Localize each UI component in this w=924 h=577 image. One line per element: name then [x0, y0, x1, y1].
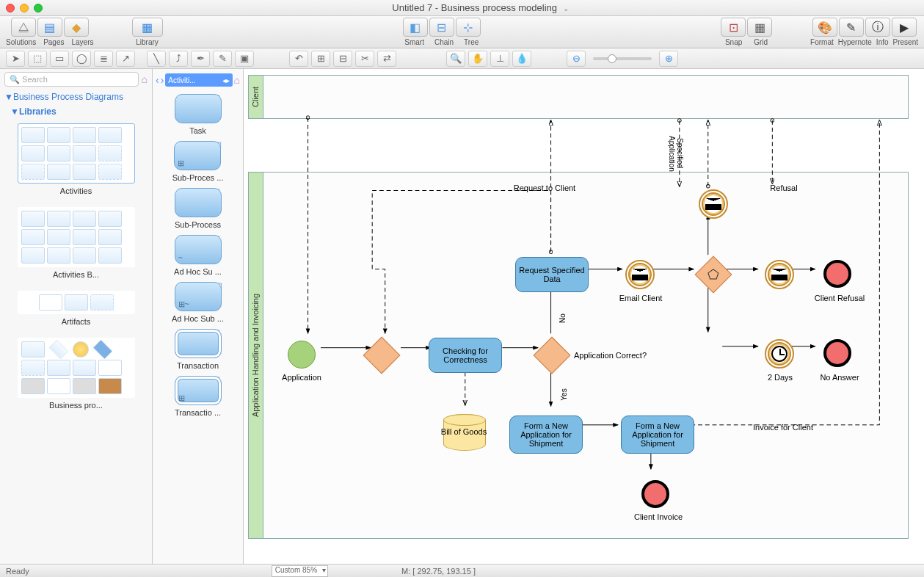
invoice-flow-label: Invoice for Client	[743, 423, 823, 432]
smart-button[interactable]: ◧	[403, 18, 428, 37]
layers-icon: ◆	[72, 21, 81, 35]
shape-adhoc-sub[interactable]: ☑⊞~Ad Hoc Sub ...	[172, 282, 224, 323]
grid-button[interactable]: ▦	[747, 18, 772, 37]
shapes-home-icon[interactable]: ⌂	[234, 74, 240, 86]
zoom-tool[interactable]: 🔍	[446, 51, 465, 67]
spec-app-label: Specified Application	[674, 128, 684, 179]
curve-tool[interactable]: ⤴	[169, 51, 188, 67]
smart-icon: ◧	[410, 21, 421, 35]
zoom-out-button[interactable]: ⊖	[567, 51, 586, 67]
close-window[interactable]	[6, 4, 15, 12]
main-area: 🔍 Search ⌂ ▼Business Process Diagrams ▼L…	[0, 69, 924, 564]
task-form1[interactable]: Form a New Application for Shipment	[509, 415, 583, 454]
pages-button[interactable]: ▤	[37, 18, 62, 37]
shapes-next[interactable]: ›	[161, 74, 164, 86]
present-label: Present	[893, 38, 918, 46]
pages-icon: ▤	[44, 21, 55, 35]
format-label: Format	[810, 38, 834, 46]
chain-button[interactable]: ⊟	[429, 18, 454, 37]
lib-activities-b[interactable]	[18, 207, 135, 267]
lib-activities-b-label: Activities B...	[0, 269, 152, 286]
shape-subprocess-c[interactable]: ☑⊞Sub-Proces ...	[172, 141, 224, 182]
distribute-tool[interactable]: ⊟	[333, 51, 352, 67]
join-tool[interactable]: ⇄	[377, 51, 396, 67]
canvas[interactable]: Client Application Handling and Invoicin…	[244, 69, 915, 555]
info-button[interactable]: ⓘ	[865, 18, 890, 37]
event-refusal-mail[interactable]	[765, 260, 794, 289]
tree-lib-label: Libraries	[19, 106, 57, 117]
eyedropper-tool[interactable]: 💧	[512, 51, 531, 67]
shapes-prev[interactable]: ‹	[156, 74, 159, 86]
shapes-dropdown[interactable]: Activiti...◂▸	[165, 73, 232, 87]
pool-client[interactable]: Client	[248, 75, 909, 119]
tree-libraries[interactable]: ▼Libraries	[0, 104, 152, 119]
left-panel: 🔍 Search ⌂ ▼Business Process Diagrams ▼L…	[0, 69, 153, 564]
edge-yes: Yes	[560, 388, 568, 400]
home-icon[interactable]: ⌂	[142, 73, 148, 85]
lib-artifacts-label: Artifacts	[0, 316, 152, 333]
shape-transaction[interactable]: ☑Transaction	[175, 329, 222, 370]
zoom-dropdown[interactable]: Custom 85%	[272, 565, 328, 577]
library-icon: ▦	[142, 21, 153, 35]
grid-icon: ▦	[754, 21, 765, 35]
hand-tool[interactable]: ✋	[468, 51, 487, 67]
maximize-window[interactable]	[34, 4, 43, 12]
lane-client-label: Client	[249, 76, 263, 118]
lib-activities-label: Activities	[0, 185, 152, 203]
search-icon: 🔍	[10, 75, 20, 84]
tree-bpd-label: Business Process Diagrams	[13, 92, 123, 102]
lib-artifacts[interactable]	[18, 291, 135, 314]
library-button[interactable]: ▦	[132, 18, 163, 37]
shape-task[interactable]: ☑Task	[175, 94, 222, 135]
break-tool[interactable]: ✂	[355, 51, 374, 67]
minimize-window[interactable]	[20, 4, 29, 12]
shape-transaction-c[interactable]: ☑⊞Transactio ...	[175, 376, 222, 417]
align-tool[interactable]: ⊞	[311, 51, 330, 67]
pencil-tool[interactable]: ✎	[213, 51, 232, 67]
format-button[interactable]: 🎨	[812, 18, 837, 37]
hypernote-icon: ✎	[846, 21, 856, 35]
stamp-tool[interactable]: ⊥	[490, 51, 509, 67]
zoom-slider[interactable]	[593, 57, 652, 60]
mouse-position: M: [ 292.75, 193.15 ]	[401, 567, 476, 576]
task-request-data[interactable]: Request Specified Data	[515, 257, 589, 292]
tree-bpd[interactable]: ▼Business Process Diagrams	[0, 90, 152, 104]
lib-activities[interactable]	[18, 123, 135, 184]
end-no-answer[interactable]	[823, 339, 851, 367]
solutions-button[interactable]: ⧋	[11, 18, 36, 37]
text-tool[interactable]: ≣	[94, 51, 113, 67]
delete-tool[interactable]: ▣	[235, 51, 254, 67]
task-form2[interactable]: Form a New Application for Shipment	[621, 415, 694, 454]
gateway-q-label: Application Correct?	[574, 351, 669, 360]
connector-tool[interactable]: ╲	[147, 51, 166, 67]
hypernote-button[interactable]: ✎	[839, 18, 864, 37]
lib-business-pro[interactable]	[18, 338, 135, 398]
ellipse-tool[interactable]: ◯	[72, 51, 91, 67]
smart-label: Smart	[404, 38, 424, 46]
title-chevron-icon[interactable]: ⌄	[560, 4, 569, 12]
rect-tool[interactable]: ▭	[50, 51, 69, 67]
marquee-tool[interactable]: ⬚	[28, 51, 47, 67]
shapes-nav: ‹ › Activiti...◂▸ ⌂	[153, 72, 243, 88]
undo-tool[interactable]: ↶	[289, 51, 308, 67]
event-2days[interactable]	[765, 339, 794, 369]
event-top-mail[interactable]	[699, 189, 728, 219]
zoom-thumb[interactable]	[608, 54, 616, 63]
search-input[interactable]: 🔍 Search	[4, 72, 139, 87]
end-client-refusal[interactable]	[823, 260, 851, 288]
snap-button[interactable]: ⊡	[721, 18, 746, 37]
shape-subprocess[interactable]: ☑Sub-Process	[175, 188, 222, 229]
present-button[interactable]: ▶	[892, 18, 917, 37]
line-tool[interactable]: ↗	[116, 51, 135, 67]
zoom-in-button[interactable]: ⊕	[659, 51, 678, 67]
shape-adhoc-c[interactable]: ☑~Ad Hoc Su ...	[174, 235, 222, 276]
pointer-tool[interactable]: ➤	[6, 51, 25, 67]
task-check[interactable]: Checking for Correctness	[429, 338, 502, 373]
start-application[interactable]	[288, 341, 316, 369]
tree-button[interactable]: ⊹	[456, 18, 481, 37]
pen-tool[interactable]: ✒	[191, 51, 210, 67]
end-client-invoice[interactable]	[641, 480, 669, 508]
layers-button[interactable]: ◆	[64, 18, 89, 37]
layers-label: Layers	[72, 38, 94, 46]
event-email-client[interactable]	[625, 260, 655, 289]
